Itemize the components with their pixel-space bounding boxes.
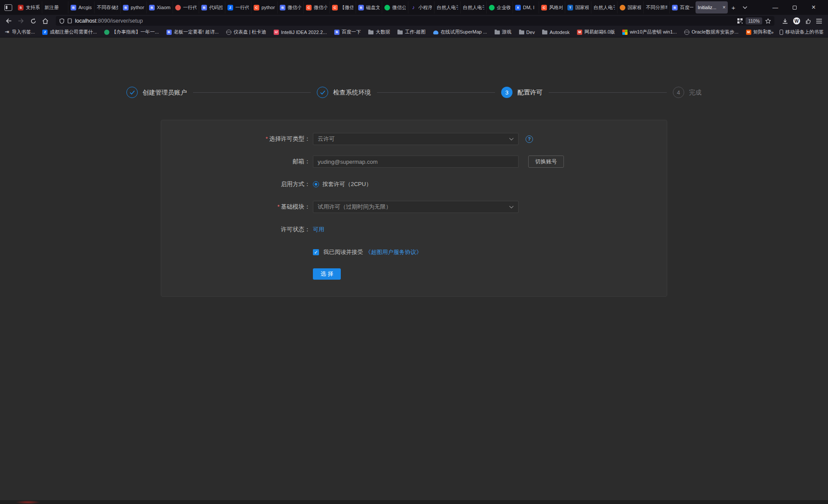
browser-tab[interactable]: 自然人电子 bbox=[460, 1, 486, 14]
page-info-icon[interactable] bbox=[68, 18, 72, 24]
bookmark-label: 仪表盘 | 杜卡迪 bbox=[234, 29, 266, 35]
browser-tab[interactable]: Cpython bbox=[251, 1, 277, 14]
module-select[interactable]: 试用许可（过期时间为无限） bbox=[313, 201, 519, 213]
url-bar[interactable]: localhost:8090/iserver/setup 110% bbox=[56, 16, 774, 26]
tab-close-icon[interactable]: × bbox=[722, 4, 726, 10]
bookmark-item[interactable]: Autodesk bbox=[542, 30, 570, 35]
tab-favicon bbox=[384, 5, 390, 10]
browser-tab[interactable]: C风格对 bbox=[539, 1, 565, 14]
zoom-level-badge[interactable]: 110% bbox=[746, 17, 762, 24]
bookmarks-right: » 移动设备上的书签 bbox=[771, 29, 824, 35]
home-button[interactable] bbox=[40, 16, 51, 26]
bookmark-item[interactable]: win10产品密钥 win1... bbox=[622, 29, 677, 35]
browser-tab[interactable]: BArcgis bbox=[68, 1, 94, 14]
browser-tab[interactable]: 微信公 bbox=[382, 1, 408, 14]
bookmark-item[interactable]: B百度一下 bbox=[334, 29, 361, 35]
browser-tab[interactable]: T国家税 bbox=[565, 1, 591, 14]
tab-favicon: C bbox=[306, 5, 312, 10]
bookmark-item[interactable]: M网易邮箱6.0版 bbox=[577, 29, 615, 35]
browser-tab[interactable]: Z一行代 bbox=[225, 1, 251, 14]
step-check-icon bbox=[126, 87, 138, 98]
help-icon[interactable]: ? bbox=[526, 135, 533, 143]
bookmark-label: 老板一定要看! 超详... bbox=[174, 29, 219, 35]
new-tab-button[interactable]: + bbox=[728, 2, 739, 13]
folder-icon bbox=[495, 30, 500, 34]
tab-favicon: B bbox=[358, 5, 364, 10]
select-button[interactable]: 选 择 bbox=[313, 268, 341, 280]
browser-tab[interactable]: B磁盘文 bbox=[356, 1, 382, 14]
browser-tab[interactable]: B微信小 bbox=[277, 1, 303, 14]
list-tabs-chevron-icon[interactable] bbox=[739, 2, 750, 13]
browser-tab[interactable]: Bpython bbox=[120, 1, 146, 14]
browser-tab[interactable]: Initializ...× bbox=[696, 1, 728, 14]
extension-w-icon[interactable]: W bbox=[793, 17, 800, 24]
status-label: 许可状态： bbox=[161, 226, 310, 233]
tab-title: 小程序 bbox=[418, 4, 432, 11]
tab-title: 微信小 bbox=[288, 4, 301, 11]
url-path: :8090/iserver/setup bbox=[96, 18, 143, 24]
firefox-view-icon[interactable] bbox=[4, 4, 12, 11]
license-status-value[interactable]: 可用 bbox=[313, 226, 324, 233]
bookmarks-overflow-chevron[interactable]: » bbox=[771, 30, 774, 35]
bookmark-item[interactable]: 大数据 bbox=[368, 29, 390, 35]
browser-tab[interactable]: 不同存储类 bbox=[94, 1, 120, 14]
extension-thumb-icon[interactable] bbox=[805, 18, 811, 24]
browser-tab[interactable]: 一行代 bbox=[173, 1, 199, 14]
browser-tab[interactable]: C微信小 bbox=[303, 1, 329, 14]
browser-tab[interactable]: 新注册 bbox=[42, 1, 68, 14]
folder-icon bbox=[542, 30, 547, 34]
browser-tab[interactable]: ♪小程序 bbox=[408, 1, 434, 14]
shield-icon[interactable] bbox=[59, 18, 64, 24]
browser-tab[interactable]: B代码控 bbox=[199, 1, 225, 14]
qr-code-icon[interactable] bbox=[737, 18, 743, 24]
bookmark-item[interactable]: M矩阵和数组 - MATLA... bbox=[746, 29, 771, 35]
browser-tab[interactable]: XDM, I bbox=[512, 1, 539, 14]
back-button[interactable] bbox=[3, 16, 14, 26]
forward-button[interactable] bbox=[16, 16, 26, 26]
browser-tab[interactable]: 不同分辨率 bbox=[643, 1, 669, 14]
activation-radio[interactable] bbox=[313, 181, 319, 187]
maximize-button[interactable] bbox=[788, 4, 801, 11]
downloads-icon[interactable] bbox=[782, 18, 788, 24]
tab-title: 一行代 bbox=[235, 4, 249, 11]
minimize-button[interactable]: — bbox=[769, 4, 782, 11]
browser-tab[interactable]: 自然人电子 bbox=[434, 1, 460, 14]
browser-tab[interactable]: 自然人电子 bbox=[591, 1, 617, 14]
tab-title: 国家税 bbox=[575, 4, 589, 11]
browser-tab[interactable]: S支持系 bbox=[16, 1, 42, 14]
bookmark-item[interactable]: 仪表盘 | 杜卡迪 bbox=[226, 29, 266, 35]
bookmark-item[interactable]: 工作-超图 bbox=[397, 29, 426, 35]
email-field[interactable]: yuding@supermap.com bbox=[313, 156, 519, 168]
bookmark-item[interactable]: 游戏 bbox=[495, 29, 512, 35]
tab-title: 代码控 bbox=[209, 4, 223, 11]
license-type-value: 云许可 bbox=[318, 135, 335, 143]
bookmark-item[interactable]: ⇥导入书签... bbox=[4, 29, 35, 35]
browser-tab[interactable]: 国家税 bbox=[617, 1, 643, 14]
bookmark-item[interactable]: Oracle数据库安装步... bbox=[684, 29, 739, 35]
browser-tab[interactable]: C【微信 bbox=[329, 1, 356, 14]
bookmark-item[interactable]: Dev bbox=[519, 30, 535, 35]
switch-account-button[interactable]: 切换账号 bbox=[528, 156, 564, 168]
license-form-card: 选择许可类型： 云许可 ? 邮箱： yuding@supermap.com 切换… bbox=[161, 120, 667, 297]
tab-favicon: B bbox=[672, 5, 678, 10]
bookmark-item[interactable]: IJIntelliJ IDEA 2022.2... bbox=[274, 30, 327, 35]
bookmark-item[interactable]: 在线试用SuperMap ... bbox=[433, 29, 487, 35]
bookmark-item[interactable]: 【办事指南】一年一... bbox=[104, 29, 159, 35]
browser-tab[interactable]: B百度一 bbox=[669, 1, 696, 14]
url-text[interactable]: localhost:8090/iserver/setup bbox=[75, 18, 734, 24]
close-button[interactable]: × bbox=[807, 3, 820, 11]
bookmark-star-icon[interactable] bbox=[765, 18, 771, 24]
license-type-select[interactable]: 云许可 bbox=[313, 133, 519, 145]
bookmark-label: win10产品密钥 win1... bbox=[630, 29, 677, 35]
bookmark-item[interactable]: B老板一定要看! 超详... bbox=[166, 29, 219, 35]
reload-button[interactable] bbox=[28, 16, 38, 26]
agreement-checkbox[interactable]: ✓ bbox=[313, 249, 319, 255]
agreement-link[interactable]: 《超图用户服务协议》 bbox=[365, 248, 422, 256]
browser-tab[interactable]: BXiaomi bbox=[146, 1, 173, 14]
bookmark-item[interactable]: Z成都注册公司需要什... bbox=[42, 29, 97, 35]
bookmark-label: Oracle数据库安装步... bbox=[692, 29, 739, 35]
status-row: 许可状态： 可用 bbox=[161, 218, 667, 241]
browser-tab[interactable]: 企业收 bbox=[486, 1, 512, 14]
menu-hamburger-icon[interactable] bbox=[816, 19, 822, 24]
mobile-bookmarks-item[interactable]: 移动设备上的书签 bbox=[780, 29, 824, 35]
